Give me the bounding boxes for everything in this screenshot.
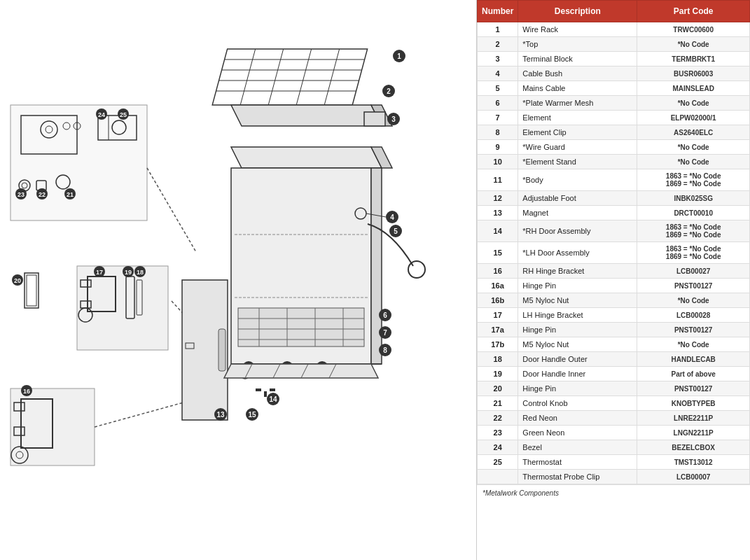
row-part-code: BUSR06003 xyxy=(637,66,750,81)
row-number: 6 xyxy=(478,96,518,111)
parts-table-area: Number Description Part Code 1Wire RackT… xyxy=(476,0,750,560)
table-row: 17bM5 Nyloc Nut*No Code xyxy=(478,337,750,352)
row-number: 11 xyxy=(478,169,518,191)
row-description: Green Neon xyxy=(518,426,637,440)
table-row: 16RH Hinge BracketLCB00027 xyxy=(478,264,750,279)
row-number: 8 xyxy=(478,125,518,140)
row-part-code: TMST13012 xyxy=(637,455,750,470)
row-number: 14 xyxy=(478,220,518,242)
row-description: Hinge Pin xyxy=(518,382,637,396)
row-part-code: TERMBRKT1 xyxy=(637,52,750,66)
svg-text:14: 14 xyxy=(269,396,277,403)
row-number: 20 xyxy=(478,382,518,396)
svg-text:7: 7 xyxy=(383,329,387,337)
row-part-code: PNST00127 xyxy=(637,382,750,396)
row-part-code: PNST00127 xyxy=(637,323,750,337)
row-part-code: *No Code xyxy=(637,155,750,169)
parts-diagram: 24 25 23 22 21 20 1 xyxy=(0,0,476,560)
table-row: 16bM5 Nyloc Nut*No Code xyxy=(478,293,750,308)
svg-text:18: 18 xyxy=(137,269,144,276)
row-description: Red Neon xyxy=(518,411,637,426)
table-row: Thermostat Probe ClipLCB00007 xyxy=(478,470,750,484)
row-part-code: ELPW02000/1 xyxy=(637,111,750,125)
row-description: Hinge Pin xyxy=(518,323,637,337)
svg-text:22: 22 xyxy=(39,191,46,198)
svg-rect-108 xyxy=(218,329,225,371)
table-row: 8Element ClipAS2640ELC xyxy=(478,125,750,140)
row-description: Terminal Block xyxy=(518,52,637,66)
table-row: 22Red NeonLNRE2211P xyxy=(478,411,750,426)
table-row: 10*Element Stand*No Code xyxy=(478,155,750,169)
row-number: 12 xyxy=(478,191,518,206)
row-number: 1 xyxy=(478,22,518,37)
table-row: 12Adjustable FootINBK025SG xyxy=(478,191,750,206)
row-description: Door Handle Inner xyxy=(518,367,637,382)
row-part-code: AS2640ELC xyxy=(637,125,750,140)
svg-text:8: 8 xyxy=(383,346,387,354)
row-description: Thermostat Probe Clip xyxy=(518,470,637,484)
table-row: 21Control KnobKNOBTYPEB xyxy=(478,396,750,411)
row-number: 2 xyxy=(478,37,518,52)
row-part-code: PNST00127 xyxy=(637,279,750,293)
row-number: 4 xyxy=(478,66,518,81)
table-row: 18Door Handle OuterHANDLECAB xyxy=(478,352,750,367)
svg-marker-70 xyxy=(231,147,382,168)
svg-text:17: 17 xyxy=(96,269,103,276)
svg-text:25: 25 xyxy=(120,111,127,118)
row-description: *Body xyxy=(518,169,637,191)
row-part-code: Part of above xyxy=(637,367,750,382)
row-description: M5 Nyloc Nut xyxy=(518,293,637,308)
row-description: *Plate Warmer Mesh xyxy=(518,96,637,111)
svg-text:13: 13 xyxy=(216,411,225,419)
row-part-code: LNGN2211P xyxy=(637,426,750,440)
row-number: 9 xyxy=(478,140,518,155)
row-number: 16a xyxy=(478,279,518,293)
row-number: 13 xyxy=(478,206,518,220)
row-number: 23 xyxy=(478,426,518,440)
svg-rect-67 xyxy=(364,112,385,126)
row-part-code: TRWC00600 xyxy=(637,22,750,37)
row-number: 16b xyxy=(478,293,518,308)
row-number xyxy=(478,470,518,484)
row-part-code: MAINSLEAD xyxy=(637,81,750,96)
row-description: *RH Door Assembly xyxy=(518,220,637,242)
row-description: *LH Door Assembly xyxy=(518,242,637,264)
svg-text:24: 24 xyxy=(98,111,105,118)
row-description: Thermostat xyxy=(518,455,637,470)
svg-text:16: 16 xyxy=(23,388,30,395)
row-description: Bezel xyxy=(518,440,637,455)
svg-text:23: 23 xyxy=(18,191,25,198)
row-part-code: *No Code xyxy=(637,140,750,155)
svg-text:3: 3 xyxy=(391,115,396,123)
row-part-code: LNRE2211P xyxy=(637,411,750,426)
row-description: Mains Cable xyxy=(518,81,637,96)
table-row: 9*Wire Guard*No Code xyxy=(478,140,750,155)
table-row: 6*Plate Warmer Mesh*No Code xyxy=(478,96,750,111)
row-description: Cable Bush xyxy=(518,66,637,81)
row-number: 19 xyxy=(478,367,518,382)
svg-text:21: 21 xyxy=(67,191,74,198)
row-part-code: LCB00027 xyxy=(637,264,750,279)
row-number: 5 xyxy=(478,81,518,96)
row-part-code: *No Code xyxy=(637,96,750,111)
table-row: 5Mains CableMAINSLEAD xyxy=(478,81,750,96)
row-number: 3 xyxy=(478,52,518,66)
row-number: 7 xyxy=(478,111,518,125)
svg-rect-117 xyxy=(264,391,267,397)
svg-rect-118 xyxy=(270,388,275,391)
row-description: Magnet xyxy=(518,206,637,220)
svg-text:15: 15 xyxy=(248,411,256,419)
table-row: 13MagnetDRCT00010 xyxy=(478,206,750,220)
row-description: Element xyxy=(518,111,637,125)
diagram-area: 24 25 23 22 21 20 1 xyxy=(0,0,476,560)
table-row: 15*LH Door Assembly1863 = *No Code 1869 … xyxy=(478,242,750,264)
svg-text:5: 5 xyxy=(394,227,398,235)
row-description: Adjustable Foot xyxy=(518,191,637,206)
table-row: 7ElementELPW02000/1 xyxy=(478,111,750,125)
col-header-description: Description xyxy=(518,1,637,22)
table-row: 23Green NeonLNGN2211P xyxy=(478,426,750,440)
row-number: 15 xyxy=(478,242,518,264)
table-row: 19Door Handle InnerPart of above xyxy=(478,367,750,382)
row-number: 17 xyxy=(478,308,518,323)
svg-text:1: 1 xyxy=(397,52,401,60)
